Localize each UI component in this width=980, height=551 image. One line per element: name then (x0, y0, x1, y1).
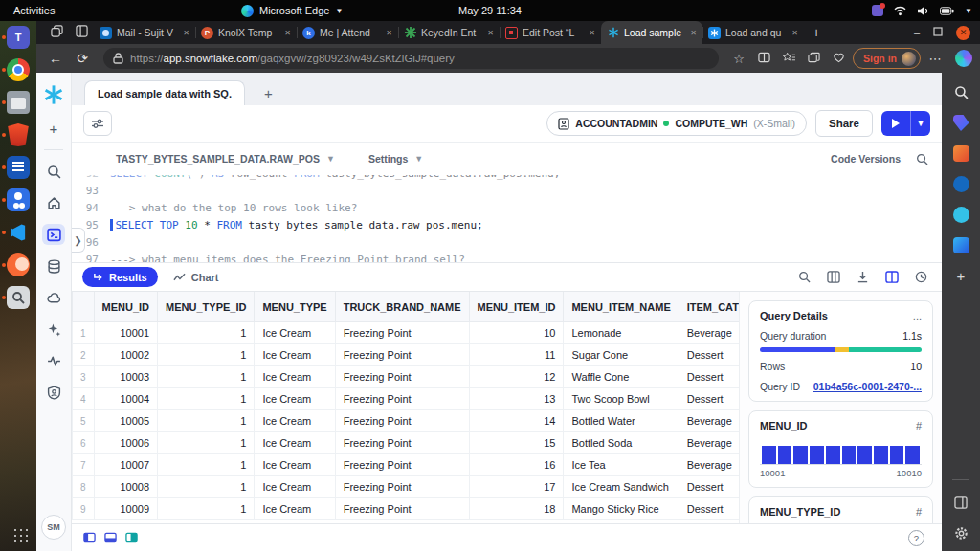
favorite-star-icon[interactable]: ☆ (728, 52, 749, 66)
favorites-bar-icon[interactable] (778, 52, 799, 66)
run-options-button[interactable]: ▼ (911, 111, 930, 136)
split-screen-icon[interactable] (753, 52, 774, 66)
sidebar-search-icon[interactable] (953, 84, 969, 100)
run-button[interactable] (881, 111, 911, 136)
new-tab-button[interactable]: + (804, 25, 829, 40)
workspaces-icon[interactable] (44, 25, 69, 40)
dock-item-teams[interactable]: T (0, 21, 36, 54)
collections-icon[interactable] (803, 52, 824, 66)
dock-item-vscode[interactable] (0, 216, 36, 249)
sidebar-toggle-icon[interactable] (953, 495, 969, 511)
tab-close-icon[interactable]: ✕ (791, 29, 798, 37)
browser-tab-load-and-query[interactable]: Load and qu ✕ (702, 21, 804, 44)
tab-close-icon[interactable]: ✕ (284, 29, 291, 37)
microsoft365-icon[interactable] (953, 145, 969, 162)
outlook-sidebar-icon[interactable] (953, 176, 969, 192)
query-id-link[interactable]: 01b4a56c-0001-2470-... (813, 381, 922, 392)
table-row[interactable]: 8100081Ice CreamFreezing Point17Ice Crea… (73, 476, 740, 498)
help-button[interactable]: ? (908, 530, 924, 546)
browser-tab-knolx[interactable]: P KnolX Temp ✕ (195, 21, 297, 44)
new-worksheet-button[interactable]: + (42, 118, 65, 139)
editor-line[interactable]: 96 (72, 234, 942, 252)
column-header-menu_id[interactable]: MENU_ID (94, 292, 158, 322)
editor-line[interactable]: 97---> what menu items does the Freezing… (72, 252, 942, 262)
show-applications-button[interactable] (0, 518, 36, 547)
browser-tab-attendance[interactable]: k Me | Attend ✕ (297, 21, 398, 44)
system-tray[interactable]: ▼ (872, 5, 972, 16)
activities-button[interactable]: Activities (13, 5, 55, 16)
vertical-tabs-icon[interactable] (69, 25, 94, 40)
layout-results-icon[interactable] (125, 532, 138, 543)
snowflake-logo-icon[interactable] (42, 82, 65, 107)
editor-search-icon[interactable] (916, 153, 928, 165)
table-row[interactable]: 3100031Ice CreamFreezing Point12Waffle C… (73, 366, 740, 388)
editor-line[interactable]: 95SELECT TOP 10 * FROM tasty_bytes_sampl… (72, 217, 942, 234)
panel-expand-handle[interactable]: ❯ (72, 228, 85, 253)
copilot-icon[interactable] (955, 50, 972, 67)
column-header-menu_type[interactable]: MENU_TYPE (255, 292, 335, 322)
code-versions-button[interactable]: Code Versions (831, 153, 901, 165)
user-avatar[interactable]: SM (41, 515, 66, 540)
column-header-item_category[interactable]: ITEM_CATEGORY (679, 292, 739, 322)
tab-close-icon[interactable]: ✕ (589, 29, 595, 37)
tab-close-icon[interactable]: ✕ (183, 29, 189, 37)
sidebar-item-ai-ml[interactable] (42, 319, 65, 340)
editor-line[interactable]: 92SELECT COUNT(*) AS row_count FROM tast… (72, 175, 942, 183)
settings-gear-icon[interactable] (953, 525, 969, 541)
browser-tab-edit-post[interactable]: Edit Post “L ✕ (500, 21, 601, 44)
browser-essentials-icon[interactable] (828, 52, 849, 66)
sidebar-item-data[interactable] (42, 255, 65, 276)
dock-item-brave[interactable] (0, 119, 36, 151)
dock-item-files[interactable] (0, 86, 36, 119)
column-header-menu_item_name[interactable]: MENU_ITEM_NAME (564, 292, 679, 322)
chart-tab[interactable]: Chart (173, 272, 219, 283)
history-icon[interactable] (915, 271, 927, 283)
editor-line[interactable]: 94---> what do the top 10 rows look like… (72, 200, 942, 217)
sidebar-item-admin[interactable] (42, 382, 65, 403)
designer-icon[interactable] (953, 237, 969, 253)
restore-button[interactable] (933, 27, 943, 38)
card-menu-button[interactable]: ... (913, 310, 922, 321)
dock-item-chrome[interactable] (0, 54, 36, 86)
column-header-menu_type_id[interactable]: MENU_TYPE_ID (158, 292, 255, 322)
dock-item-screenshot[interactable] (0, 281, 36, 314)
tab-close-icon[interactable]: ✕ (487, 29, 494, 37)
layout-editor-icon[interactable] (83, 532, 96, 543)
context-selector[interactable]: ACCOUNTADMIN COMPUTE_WH (X-Small) (546, 111, 807, 136)
close-button[interactable]: ✕ (956, 26, 970, 40)
editor-line[interactable]: 93 (72, 183, 942, 200)
sidebar-item-activity[interactable] (42, 350, 65, 371)
columns-icon[interactable] (827, 271, 840, 283)
table-row[interactable]: 1100011Ice CreamFreezing Point10Lemonade… (73, 322, 740, 344)
browser-tab-keyedin[interactable]: KeyedIn Ent ✕ (398, 21, 500, 44)
shopping-icon[interactable] (953, 115, 969, 131)
table-row[interactable]: 4100041Ice CreamFreezing Point13Two Scoo… (73, 388, 740, 410)
dock-item-postman[interactable] (0, 249, 36, 281)
add-sidebar-app-icon[interactable]: + (953, 268, 969, 284)
results-tab[interactable]: Results (82, 267, 158, 287)
sign-in-button[interactable]: Sign in (853, 48, 921, 69)
table-row[interactable]: 9100091Ice CreamFreezing Point18Mango St… (73, 498, 740, 520)
tray-app-indicator-icon[interactable] (872, 5, 883, 16)
sql-editor[interactable]: 92SELECT COUNT(*) AS row_count FROM tast… (72, 175, 942, 262)
tab-close-icon[interactable]: ✕ (386, 29, 392, 37)
sidebar-item-home[interactable] (42, 192, 65, 213)
dock-item-people[interactable] (0, 184, 36, 216)
browser-tab-mail[interactable]: Mail - Sujit V ✕ (94, 21, 195, 44)
settings-menu[interactable]: Settings (368, 153, 408, 165)
new-worksheet-tab-button[interactable]: + (264, 85, 273, 101)
sidebar-item-marketplace[interactable] (42, 287, 65, 308)
database-schema-selector[interactable]: TASTY_BYTES_SAMPLE_DATA.RAW_POS (116, 153, 320, 165)
results-search-icon[interactable] (798, 271, 811, 283)
worksheet-tab[interactable]: Load sample data with SQ... (84, 80, 245, 105)
split-view-icon[interactable] (885, 271, 899, 283)
sidebar-item-worksheets[interactable] (42, 224, 65, 245)
minimize-button[interactable]: – (914, 27, 920, 38)
url-field[interactable]: https://app.snowflake.com/gaqxgvw/zg8092… (103, 48, 719, 69)
results-table-container[interactable]: MENU_IDMENU_TYPE_IDMENU_TYPETRUCK_BRAND_… (72, 292, 739, 523)
menu-id-histogram[interactable] (760, 441, 922, 465)
column-header-truck_brand_name[interactable]: TRUCK_BRAND_NAME (335, 292, 469, 322)
download-icon[interactable] (857, 271, 869, 283)
tab-close-icon[interactable]: ✕ (690, 29, 697, 37)
skype-icon[interactable] (953, 207, 969, 223)
